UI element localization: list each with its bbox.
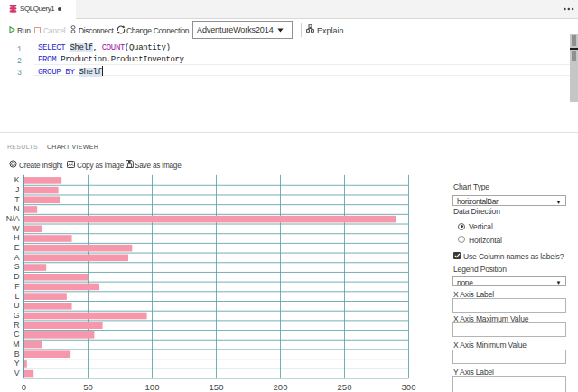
svg-text:100: 100 (145, 382, 160, 392)
svg-text:M: M (13, 340, 19, 349)
svg-text:H: H (14, 233, 19, 242)
svg-text:R: R (14, 321, 19, 330)
svg-text:D: D (14, 272, 19, 281)
svg-text:G: G (14, 311, 20, 320)
svg-text:N: N (14, 204, 19, 213)
svg-text:A: A (14, 253, 20, 262)
svg-text:J: J (15, 185, 19, 194)
svg-text:Y: Y (14, 359, 20, 368)
svg-text:0: 0 (22, 382, 26, 392)
svg-text:U: U (14, 301, 19, 310)
svg-text:B: B (14, 350, 20, 359)
svg-text:V: V (14, 369, 20, 378)
svg-text:S: S (14, 262, 20, 271)
svg-text:T: T (14, 195, 20, 204)
svg-text:E: E (14, 243, 20, 252)
svg-text:200: 200 (274, 382, 288, 392)
svg-text:F: F (14, 282, 20, 291)
svg-text:W: W (12, 224, 20, 233)
svg-text:N/A: N/A (6, 214, 20, 223)
svg-text:K: K (14, 175, 20, 184)
svg-text:50: 50 (83, 382, 93, 392)
svg-text:250: 250 (338, 382, 352, 392)
svg-text:150: 150 (210, 382, 224, 392)
svg-text:300: 300 (402, 382, 416, 392)
svg-text:L: L (15, 292, 20, 301)
svg-text:C: C (14, 330, 20, 339)
